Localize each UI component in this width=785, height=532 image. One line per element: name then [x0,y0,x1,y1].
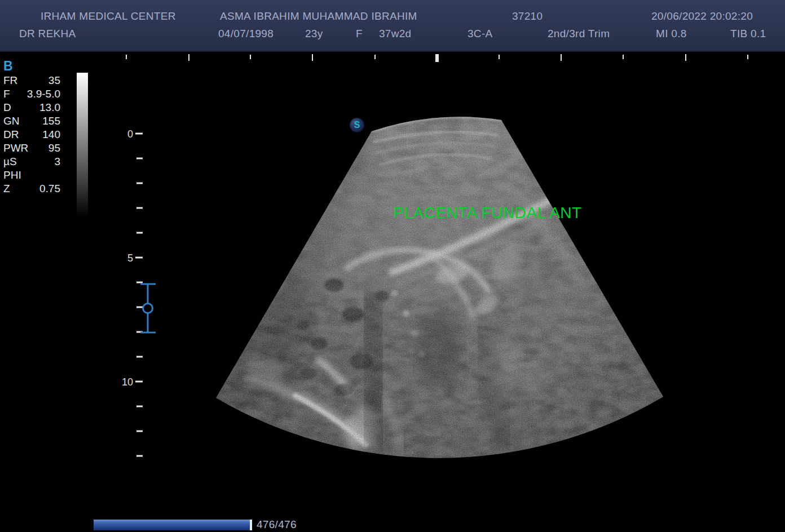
param-value: 3.9-5.0 [27,87,60,101]
param-row-f: F3.9-5.0 [3,87,60,101]
param-label: DR [3,128,19,141]
depth-label-5: 5 [116,252,133,264]
cine-frame-counter: 476/476 [257,518,297,531]
param-value: 35 [48,74,60,87]
depth-ruler [135,133,143,457]
focus-marker [140,284,156,333]
param-label: GN [3,114,20,128]
param-row-us: µS3 [3,155,60,169]
param-value: 155 [42,114,60,128]
param-label: D [3,101,11,114]
probe-orientation-marker: S [350,118,364,132]
orientation-letter: S [354,120,360,130]
ultrasound-screen: { "header": { "facility": "IRHAM MEDICAL… [0,0,785,532]
lateral-ruler [126,54,748,62]
param-label: F [3,87,10,101]
param-value: 95 [48,141,60,155]
param-row-gn: GN155 [3,114,60,128]
mode-indicator: B [3,59,13,74]
cine-position-marker[interactable] [250,520,252,530]
param-label: µS [3,155,17,169]
depth-label-10: 10 [116,376,133,388]
param-label: FR [3,74,17,87]
param-value: 0.75 [39,182,60,196]
cine-progress-fill [94,520,250,530]
imaging-parameters: FR35 F3.9-5.0 D13.0 GN155 DR140 PWR95 µS… [3,74,60,196]
grayscale-map-bar [77,73,88,217]
param-value: 13.0 [39,101,60,114]
param-label: Z [3,182,10,196]
param-row-phi: PHI [3,169,60,182]
cine-progress-bar[interactable] [94,520,252,530]
image-annotation-label: PLACENTA FUNDAL ANT [393,204,582,222]
fan-sector [209,96,671,468]
param-label: PWR [3,141,28,155]
depth-label-0: 0 [116,128,133,140]
param-value: 3 [54,155,60,169]
param-value: 140 [42,128,60,141]
ultrasound-fan-image [0,0,785,532]
param-label: PHI [3,169,21,182]
param-row-pwr: PWR95 [3,141,60,155]
param-row-dr: DR140 [3,128,60,141]
param-row-d: D13.0 [3,101,60,114]
param-row-fr: FR35 [3,74,60,87]
param-row-z: Z0.75 [3,182,60,196]
